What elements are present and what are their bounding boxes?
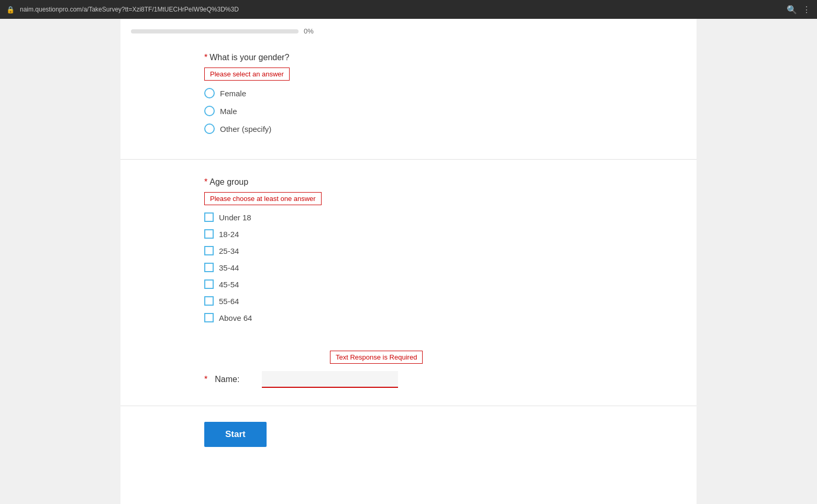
gender-question-label: *What is your gender? <box>204 53 613 62</box>
age-label-under18[interactable]: Under 18 <box>219 213 251 222</box>
age-label-above64[interactable]: Above 64 <box>219 313 252 322</box>
content-area: 0% *What is your gender? Please select a… <box>120 19 697 504</box>
checkbox-25-34[interactable] <box>204 246 214 255</box>
start-button[interactable]: Start <box>204 422 267 447</box>
radio-circle-male[interactable] <box>204 106 215 116</box>
gender-option-male[interactable]: Male <box>204 106 613 116</box>
gender-required-star: * <box>204 53 207 62</box>
age-option-55-64[interactable]: 55-64 <box>204 296 613 306</box>
radio-circle-female[interactable] <box>204 88 215 98</box>
progress-percent: 0% <box>304 27 314 35</box>
name-required-star: * <box>204 375 207 384</box>
age-required-star: * <box>204 177 207 186</box>
gender-label-female[interactable]: Female <box>220 89 246 98</box>
checkbox-18-24[interactable] <box>204 229 214 239</box>
radio-circle-other[interactable] <box>204 124 215 134</box>
divider-1 <box>120 159 697 160</box>
lock-icon: 🔒 <box>6 6 15 14</box>
divider-2 <box>120 406 697 406</box>
age-option-18-24[interactable]: 18-24 <box>204 229 613 239</box>
checkbox-under18[interactable] <box>204 212 214 222</box>
gender-label-male[interactable]: Male <box>220 107 237 116</box>
search-icon[interactable]: 🔍 <box>787 5 797 15</box>
gender-question-section: *What is your gender? Please select an a… <box>120 40 697 154</box>
progress-bar-track <box>131 29 299 33</box>
gender-option-other[interactable]: Other (specify) <box>204 124 613 134</box>
age-option-under18[interactable]: Under 18 <box>204 212 613 222</box>
age-label-55-64[interactable]: 55-64 <box>219 297 239 306</box>
name-question-section: Text Response is Required * Name: <box>120 342 697 400</box>
age-option-above64[interactable]: Above 64 <box>204 313 613 322</box>
gender-label-other[interactable]: Other (specify) <box>220 125 271 133</box>
checkbox-45-54[interactable] <box>204 279 214 289</box>
name-input[interactable] <box>262 371 398 388</box>
gender-validation-error: Please select an answer <box>204 68 290 81</box>
age-option-45-54[interactable]: 45-54 <box>204 279 613 289</box>
age-label-35-44[interactable]: 35-44 <box>219 263 239 272</box>
name-row: * Name: <box>204 371 613 388</box>
age-validation-error: Please choose at least one answer <box>204 192 322 205</box>
gender-option-female[interactable]: Female <box>204 88 613 98</box>
age-question-label: *Age group <box>204 177 613 187</box>
age-question-section: *Age group Please choose at least one an… <box>120 165 697 342</box>
browser-menu-icon[interactable]: ⋮ <box>802 5 811 15</box>
progress-bar-container: 0% <box>120 19 697 40</box>
age-option-35-44[interactable]: 35-44 <box>204 263 613 272</box>
name-text-response-error: Text Response is Required <box>330 351 423 364</box>
age-option-25-34[interactable]: 25-34 <box>204 246 613 255</box>
checkbox-55-64[interactable] <box>204 296 214 306</box>
checkbox-35-44[interactable] <box>204 263 214 272</box>
checkbox-above64[interactable] <box>204 313 214 322</box>
start-section: Start <box>120 411 697 457</box>
age-label-45-54[interactable]: 45-54 <box>219 280 239 289</box>
age-label-25-34[interactable]: 25-34 <box>219 247 239 255</box>
url-bar[interactable]: naim.questionpro.com/a/TakeSurvey?tt=Xzi… <box>20 6 781 13</box>
name-label: Name: <box>215 375 257 384</box>
page-wrapper: 0% *What is your gender? Please select a… <box>0 19 817 504</box>
age-label-18-24[interactable]: 18-24 <box>219 230 239 239</box>
browser-chrome: 🔒 naim.questionpro.com/a/TakeSurvey?tt=X… <box>0 0 817 19</box>
